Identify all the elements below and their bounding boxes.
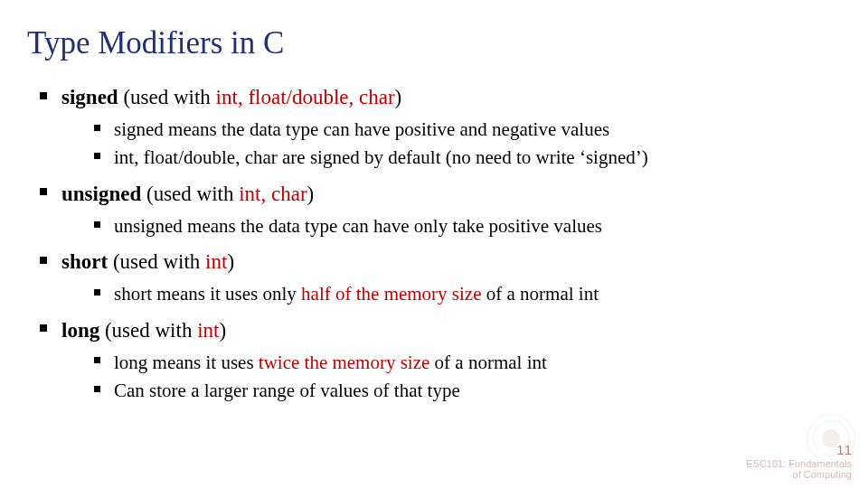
bullet-list: signed (used with int, float/double, cha… — [36, 83, 841, 403]
modifier-name: long — [61, 319, 99, 342]
text: of a normal int — [429, 352, 546, 373]
text: ) — [307, 183, 315, 205]
text: of Computing — [793, 469, 852, 480]
list-item: short means it uses only half of the mem… — [92, 281, 841, 306]
list-item: long (used with int) long means it uses … — [36, 316, 841, 404]
slide-footer: 11 ESC101: Fundamentals of Computing — [746, 442, 852, 481]
list-item: int, float/double, char are signed by de… — [92, 145, 841, 170]
list-item: unsigned (used with int, char) unsigned … — [36, 180, 841, 239]
text: ) — [227, 250, 234, 273]
text: signed means the data type can have posi… — [114, 118, 609, 140]
text: (used with — [99, 319, 197, 342]
accent-text: half of the memory size — [301, 283, 481, 305]
text: short means it uses only — [114, 283, 301, 305]
course-code: ESC101: Fundamentals of Computing — [746, 458, 852, 481]
sub-list: short means it uses only half of the mem… — [92, 281, 841, 306]
sub-list: unsigned means the data type can have on… — [92, 213, 841, 239]
type-list: int — [197, 319, 219, 342]
modifier-name: signed — [61, 86, 118, 108]
accent-text: twice the memory size — [259, 352, 430, 373]
slide-title: Type Modifiers in C — [27, 25, 841, 61]
type-list: int, float/double, char — [216, 86, 395, 108]
modifier-name: short — [61, 250, 108, 273]
type-list: int — [205, 250, 227, 273]
list-item: Can store a larger range of values of th… — [92, 378, 841, 403]
list-item: signed means the data type can have posi… — [92, 117, 841, 142]
list-item: short (used with int) short means it use… — [36, 248, 841, 306]
text: ESC101: Fundamentals — [746, 458, 852, 469]
list-item: signed (used with int, float/double, cha… — [36, 83, 841, 171]
text: (used with — [141, 183, 239, 205]
list-item: unsigned means the data type can have on… — [92, 213, 841, 239]
text: ) — [395, 86, 402, 108]
page-number: 11 — [746, 442, 852, 457]
text: long means it uses — [114, 352, 259, 373]
text: unsigned means the data type can have on… — [114, 215, 602, 237]
text: (used with — [118, 86, 216, 108]
text: int, float/double, char are signed by de… — [114, 146, 648, 168]
text: (used with — [108, 250, 205, 273]
modifier-name: unsigned — [61, 183, 141, 205]
sub-list: long means it uses twice the memory size… — [92, 350, 841, 404]
type-list: int, char — [239, 183, 307, 205]
sub-list: signed means the data type can have posi… — [92, 117, 841, 171]
slide: Type Modifiers in C signed (used with in… — [0, 0, 868, 488]
text: of a normal int — [482, 283, 599, 305]
text: Can store a larger range of values of th… — [114, 380, 460, 401]
text: ) — [219, 319, 226, 342]
list-item: long means it uses twice the memory size… — [92, 350, 841, 375]
